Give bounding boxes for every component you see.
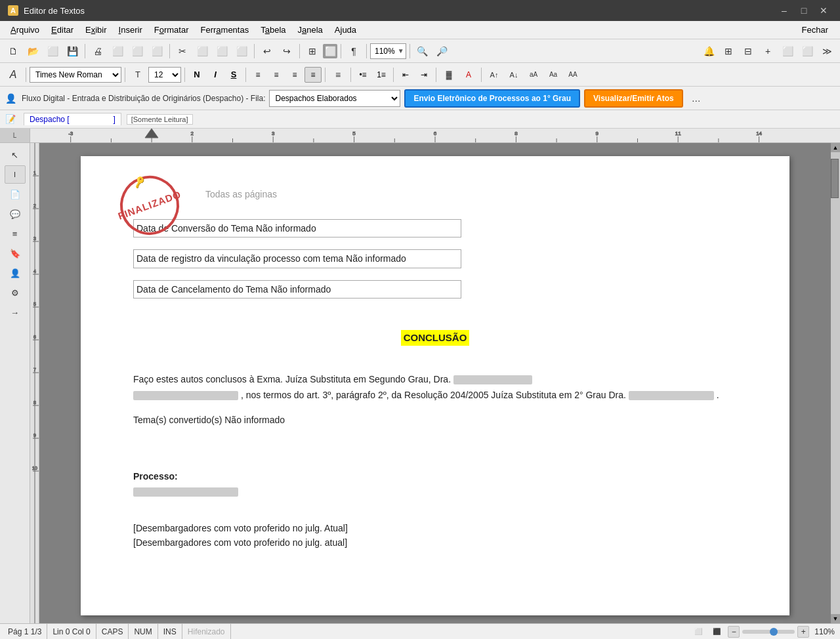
close-button[interactable]: ✕ <box>815 3 832 18</box>
new-button[interactable]: 🗋 <box>4 43 22 60</box>
font-size-up-button[interactable]: A↑ <box>485 66 503 83</box>
status-right: ⬜ ⬛ − + 110% <box>691 626 835 638</box>
visualizar-emitir-button[interactable]: Visualizar/Emitir Atos <box>584 89 683 108</box>
despacho-line1: [Desembargadores com voto proferido no j… <box>133 521 737 535</box>
bold-button[interactable]: N <box>188 67 205 83</box>
toolbar1: 🗋 📂 ⬜ 💾 🖨 ⬜ ⬜ ⬜ ✂ ⬜ ⬜ ⬜ ↩ ↪ ⊞ ⬜ ¶ 110% ▼… <box>0 39 840 63</box>
font-family-select[interactable]: Times New Roman <box>30 67 121 83</box>
grid2-button[interactable]: ⊟ <box>739 43 757 60</box>
font-size-down-button[interactable]: A↓ <box>505 66 523 83</box>
menu-arquivo[interactable]: Arquivo <box>5 23 45 37</box>
plus-button[interactable]: + <box>759 43 777 60</box>
toolbar-right1-button[interactable]: ⬜ <box>798 43 816 60</box>
paste-button[interactable]: ⬜ <box>213 43 231 60</box>
para1-end: . <box>717 390 719 400</box>
list-numbered-button[interactable]: 1≡ <box>373 67 390 83</box>
svg-text:14: 14 <box>756 131 762 136</box>
tool-user[interactable]: 👤 <box>5 264 26 282</box>
print-preview-button[interactable]: ⬜ <box>108 43 127 60</box>
line-spacing-button[interactable]: ≡ <box>329 66 347 83</box>
hifenizado-status: Hifenizado <box>182 624 231 639</box>
zoom-minus-button[interactable]: − <box>728 626 740 638</box>
align-right-button[interactable]: ≡ <box>286 67 303 83</box>
scroll-thumb[interactable] <box>831 159 839 198</box>
open-button[interactable]: 📂 <box>24 43 42 60</box>
toolbar-more-button[interactable]: ≫ <box>818 43 836 60</box>
fila-select[interactable]: Despachos Elaborados <box>269 90 400 107</box>
pdf-button[interactable]: ⬜ <box>128 43 146 60</box>
zoom-slider[interactable] <box>742 630 795 634</box>
font-caps1-button[interactable]: aA <box>524 66 543 83</box>
envio-eletronico-button[interactable]: Envio Eletrônico de Processos ao 1° Grau <box>404 89 580 108</box>
fechar-button[interactable]: Fechar <box>795 23 835 37</box>
spellcheck-button[interactable]: ⬜ <box>148 43 166 60</box>
indent-more-button[interactable]: ⇥ <box>415 67 432 83</box>
undo-button[interactable]: ↩ <box>258 43 276 60</box>
svg-text:9: 9 <box>596 131 599 136</box>
align-justify-button[interactable]: ≡ <box>304 67 322 83</box>
doc-area[interactable]: FINALIZADO 🔑 Todas as páginas Data de Co… <box>39 143 831 623</box>
font-caps3-button[interactable]: AA <box>564 66 582 83</box>
doc-tab[interactable]: Despacho [ ] <box>24 113 121 125</box>
font-caps2-button[interactable]: Aa <box>544 66 562 83</box>
menu-editar[interactable]: Editar <box>46 23 79 37</box>
redacted-name1 <box>453 375 532 384</box>
tool-list[interactable]: ≡ <box>5 224 26 243</box>
save-local-button[interactable]: ⬜ <box>43 43 62 60</box>
status-window2-button[interactable]: ⬛ <box>709 626 724 638</box>
menu-exibir[interactable]: Exibir <box>80 23 112 37</box>
scroll-track[interactable] <box>831 152 840 614</box>
table-button[interactable]: ⊞ <box>303 43 322 60</box>
save-button[interactable]: 💾 <box>63 43 81 60</box>
minimize-button[interactable]: – <box>776 3 793 18</box>
table2-button[interactable]: ⬜ <box>323 44 337 58</box>
menu-inserir[interactable]: Inserir <box>114 23 148 37</box>
tool-settings[interactable]: ⚙ <box>5 283 26 302</box>
copy-button[interactable]: ⬜ <box>193 43 211 60</box>
tool-cursor[interactable]: I <box>5 165 26 184</box>
zoom-box[interactable]: 110% ▼ <box>370 43 406 59</box>
paste-special-button[interactable]: ⬜ <box>232 43 251 60</box>
indent-less-button[interactable]: ⇤ <box>397 67 414 83</box>
grid-button[interactable]: ⊞ <box>719 43 738 60</box>
print-button[interactable]: 🖨 <box>89 43 107 60</box>
status-window1-button[interactable]: ⬜ <box>691 626 705 638</box>
underline-button[interactable]: S <box>225 67 242 83</box>
tool-arrow[interactable]: → <box>5 303 26 321</box>
scroll-down-arrow[interactable]: ▼ <box>831 614 840 623</box>
svg-text:5: 5 <box>352 131 356 136</box>
list-bullet-button[interactable]: •≡ <box>354 67 371 83</box>
find-button[interactable]: 🔍 <box>413 43 432 60</box>
align-center-button[interactable]: ≡ <box>268 67 285 83</box>
cut-button[interactable]: ✂ <box>173 43 192 60</box>
flow-more-button[interactable]: … <box>687 90 705 107</box>
redo-button[interactable]: ↪ <box>278 43 296 60</box>
menu-ajuda[interactable]: Ajuda <box>329 23 362 37</box>
menu-tabela[interactable]: Tabela <box>255 23 291 37</box>
zoom-value: 110% <box>372 47 398 56</box>
align-left-button[interactable]: ≡ <box>249 67 266 83</box>
menu-ferramentas[interactable]: Ferramentas <box>195 23 254 37</box>
svg-text:8: 8 <box>514 131 518 136</box>
menu-formatar[interactable]: Formatar <box>149 23 194 37</box>
window-button[interactable]: ⬜ <box>778 43 797 60</box>
find-all-button[interactable]: 🔎 <box>433 43 452 60</box>
num-status: NUM <box>129 624 158 639</box>
bell-button[interactable]: 🔔 <box>700 43 718 60</box>
tool-bookmark[interactable]: 🔖 <box>5 244 26 262</box>
italic-button[interactable]: I <box>207 67 224 83</box>
font-size-T-button[interactable]: T <box>129 66 147 83</box>
scroll-up-arrow[interactable]: ▲ <box>831 143 840 152</box>
paragraph-button[interactable]: ¶ <box>345 43 363 60</box>
tool-select[interactable]: ↖ <box>5 146 26 164</box>
zoom-plus-button[interactable]: + <box>797 626 809 638</box>
highlight-button[interactable]: ▓ <box>440 66 458 83</box>
maximize-button[interactable]: □ <box>795 3 812 18</box>
tool-page[interactable]: 📄 <box>5 185 26 203</box>
font-style-button[interactable]: A <box>4 66 22 83</box>
font-color-button[interactable]: A <box>459 66 478 83</box>
tool-comment[interactable]: 💬 <box>5 205 26 223</box>
menu-janela[interactable]: Janela <box>293 23 328 37</box>
font-size-select[interactable]: 12 10 14 <box>148 67 181 83</box>
despacho-line2: [Desembargadores com voto proferido no j… <box>133 535 737 550</box>
